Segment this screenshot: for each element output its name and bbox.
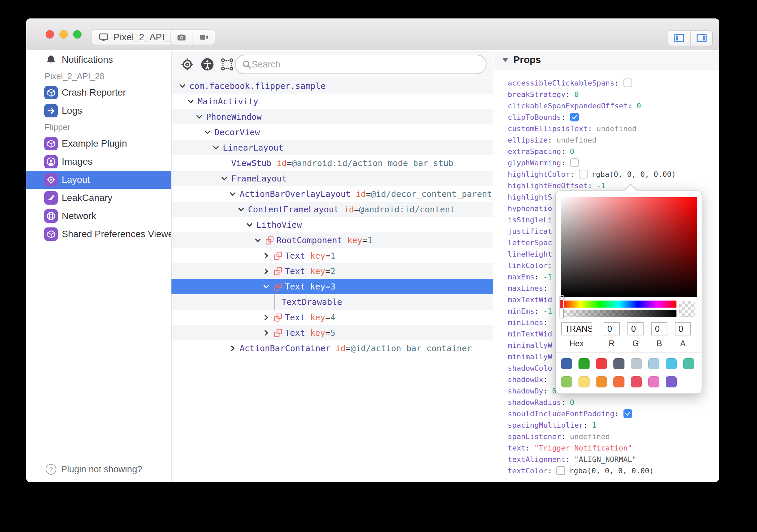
chevron-down-icon[interactable] — [245, 222, 254, 228]
alpha-slider[interactable] — [561, 310, 676, 317]
tree-row-framelayout[interactable]: FrameLayout — [171, 171, 493, 186]
chevron-right-icon[interactable] — [262, 314, 270, 321]
tree-row-actionbarcontainer[interactable]: ActionBarContainerid=@id/action_bar_cont… — [171, 340, 493, 356]
tree-row-actionbaroverlaylayout[interactable]: ActionBarOverlayLayoutid=@id/decor_conte… — [171, 186, 493, 202]
preset-color-swatch[interactable] — [648, 376, 659, 387]
preset-color-swatch[interactable] — [648, 358, 659, 369]
sidebar-item-logs[interactable]: Logs — [26, 102, 171, 120]
tree-row-text[interactable]: Textkey=4 — [171, 310, 493, 325]
checkbox-unchecked[interactable] — [570, 158, 579, 167]
sidebar-item-network[interactable]: Network — [26, 207, 171, 225]
accessibility-icon[interactable] — [201, 58, 214, 71]
chevron-down-icon[interactable] — [237, 206, 245, 213]
toggle-left-panel-button[interactable] — [668, 31, 690, 46]
tree-row-rootcomponent[interactable]: RootComponentkey=1 — [171, 232, 493, 248]
tree-row-text[interactable]: Textkey=5 — [171, 325, 493, 340]
tree-row-mainactivity[interactable]: MainActivity — [171, 94, 493, 109]
tree-row-textdrawable[interactable]: TextDrawable — [171, 294, 493, 310]
chevron-down-icon[interactable] — [186, 98, 195, 105]
search-input[interactable] — [252, 59, 480, 70]
tree-row-decorview[interactable]: DecorView — [171, 124, 493, 140]
color-swatch[interactable] — [579, 170, 588, 178]
saturation-value-gradient[interactable] — [561, 197, 697, 297]
chevron-right-icon[interactable] — [262, 268, 270, 274]
blue-input[interactable]: 0 — [651, 322, 667, 335]
minimize-button[interactable] — [59, 30, 68, 39]
chevron-down-icon[interactable] — [253, 237, 262, 244]
hue-slider[interactable] — [561, 301, 676, 308]
sidebar-item-example-plugin[interactable]: Example Plugin — [26, 135, 171, 153]
alpha-input[interactable]: 0 — [675, 322, 691, 335]
screen-record-button[interactable] — [193, 30, 215, 45]
colon: : — [543, 318, 548, 327]
preset-color-swatch[interactable] — [683, 358, 694, 369]
tree-row-linearlayout[interactable]: LinearLayout — [171, 140, 493, 155]
preset-color-swatch[interactable] — [631, 376, 642, 387]
green-input[interactable]: 0 — [627, 322, 644, 335]
chevron-down-icon[interactable] — [203, 129, 212, 136]
sidebar-item-layout[interactable]: Layout — [26, 171, 171, 189]
tree-row-viewstub[interactable]: ViewStubid=@android:id/action_mode_bar_s… — [171, 155, 493, 171]
tree-row-lithoview[interactable]: LithoView — [171, 217, 493, 232]
preset-color-swatch[interactable] — [561, 358, 572, 369]
tree-node-name: RootComponent — [276, 235, 342, 245]
chevron-down-icon[interactable] — [262, 283, 270, 290]
chevron-down-icon[interactable] — [220, 175, 229, 182]
sidebar-item-notifications[interactable]: Notifications — [26, 51, 171, 69]
sidebar-item-leakcanary[interactable]: LeakCanary — [26, 189, 171, 207]
chevron-down-icon[interactable] — [228, 191, 237, 197]
tree-toolbar — [171, 51, 493, 78]
hex-input[interactable]: TRANS — [561, 322, 592, 335]
colon: : — [561, 147, 565, 156]
preset-color-swatch[interactable] — [596, 376, 607, 387]
screenshot-button[interactable] — [170, 30, 193, 45]
tree-row-phonewindow[interactable]: PhoneWindow — [171, 109, 493, 124]
tree-row-com-facebook-flipper-sample[interactable]: com.facebook.flipper.sample — [171, 78, 493, 94]
litho-component-icon — [274, 329, 282, 337]
chevron-right-icon[interactable] — [262, 330, 270, 336]
tree-row-contentframelayout[interactable]: ContentFrameLayoutid=@android:id/content — [171, 202, 493, 217]
preset-color-swatch[interactable] — [596, 358, 607, 369]
tree-row-text[interactable]: Textkey=3 — [171, 279, 493, 294]
prop-row-accessibleclickablespans: accessibleClickableSpans: — [508, 77, 719, 89]
preset-color-swatch[interactable] — [666, 376, 677, 387]
checkbox-checked[interactable] — [570, 113, 579, 121]
prop-value: -1 — [543, 307, 552, 315]
prop-name: linkColor — [508, 261, 548, 270]
chevron-down-icon[interactable] — [211, 145, 220, 151]
checkbox-unchecked[interactable] — [623, 78, 632, 87]
preset-color-swatch[interactable] — [561, 376, 572, 387]
preset-color-swatch[interactable] — [578, 376, 590, 387]
alpha-slider-handle[interactable] — [560, 309, 564, 318]
chevron-right-icon[interactable] — [228, 345, 237, 352]
tree-row-text[interactable]: Textkey=1 — [171, 248, 493, 263]
chevron-right-icon[interactable] — [262, 253, 270, 259]
preset-color-swatch[interactable] — [666, 358, 677, 369]
sidebar-item-crash-reporter[interactable]: Crash Reporter — [26, 84, 171, 102]
sidebar-item-images[interactable]: Images — [26, 153, 171, 171]
colon: : — [614, 410, 619, 418]
toggle-right-panel-button[interactable] — [690, 31, 712, 46]
checkbox-checked[interactable] — [623, 409, 632, 418]
zoom-button[interactable] — [73, 30, 82, 39]
chevron-down-icon[interactable] — [195, 114, 203, 120]
red-input[interactable]: 0 — [604, 322, 620, 335]
person-icon — [44, 155, 58, 168]
preset-color-swatch[interactable] — [613, 358, 624, 369]
chevron-down-icon[interactable] — [178, 83, 187, 89]
tree-row-text[interactable]: Textkey=2 — [171, 263, 493, 279]
color-swatch[interactable] — [556, 466, 565, 475]
preset-color-swatch[interactable] — [613, 376, 624, 387]
hue-slider-handle[interactable] — [560, 299, 564, 309]
close-button[interactable] — [46, 30, 54, 39]
bounds-icon[interactable] — [220, 58, 234, 71]
props-header[interactable]: Props — [493, 51, 719, 69]
preset-color-swatch[interactable] — [631, 358, 642, 369]
crosshair-icon[interactable] — [181, 58, 194, 71]
prop-row-shadowradius: shadowRadius:0 — [508, 396, 719, 408]
preset-color-swatch[interactable] — [578, 358, 590, 369]
sidebar-item-label: Images — [62, 156, 93, 167]
plugin-not-showing-link[interactable]: ? Plugin not showing? — [46, 464, 142, 475]
sidebar-item-shared-preferences-viewer[interactable]: Shared Preferences Viewer — [26, 225, 171, 243]
litho-component-icon — [274, 282, 282, 291]
